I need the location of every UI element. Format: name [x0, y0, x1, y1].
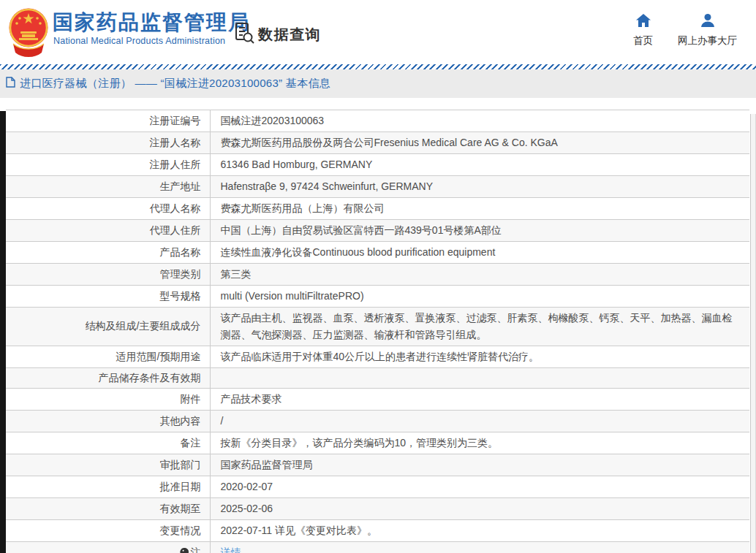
row-label: 代理人住所: [150, 224, 201, 236]
row-value: [210, 368, 749, 389]
row-label: 代理人名称: [150, 202, 201, 214]
page-header: 国家药品监督管理局 National Medical Products Admi…: [0, 0, 756, 64]
row-label: 产品储存条件及有效期: [99, 372, 201, 384]
table-row: 其他内容 /: [6, 411, 749, 432]
breadcrumb: 进口医疗器械（注册） —— “国械注进20203100063” 基本信息: [20, 77, 330, 91]
document-icon: [6, 77, 15, 91]
table-row: 审批部门 国家药品监督管理局: [6, 454, 749, 476]
row-value: 费森尤斯医药用品（上海）有限公司: [210, 198, 749, 220]
table-row: 产品储存条件及有效期: [6, 368, 749, 389]
row-label: 注册人名称: [150, 137, 201, 148]
data-query-label: 数据查询: [258, 25, 321, 45]
row-value: multi (Version multiFiltratePRO): [210, 286, 749, 308]
table-row: 注册人名称 费森尤斯医药用品股份及两合公司Fresenius Medical C…: [6, 132, 749, 154]
row-value: 费森尤斯医药用品股份及两合公司Fresenius Medical Care AG…: [210, 132, 749, 154]
table-row: 管理类别 第三类: [6, 264, 749, 286]
detail-link[interactable]: 详情: [221, 546, 241, 553]
table-row: 注册证编号 国械注进20203100063: [6, 110, 749, 132]
table-row: 附件 产品技术要求: [6, 389, 749, 411]
row-value: 该产品临床适用于对体重40公斤以上的患者进行连续性肾脏替代治疗。: [210, 346, 749, 368]
row-label: 产品名称: [160, 246, 201, 258]
table-row: 注册人住所 61346 Bad Homburg, GERMANY: [6, 154, 749, 176]
row-value: 2022-07-11 详见《变更对比表》。: [210, 520, 749, 542]
row-value: 产品技术要求: [210, 389, 749, 411]
table-row: 注 详情: [6, 542, 749, 553]
row-label: 备注: [181, 437, 201, 449]
data-query-section[interactable]: 数据查询: [235, 22, 321, 47]
row-label: 注册人住所: [150, 159, 201, 170]
row-value: 该产品由主机、监视器、血泵、透析液泵、置换液泵、过滤泵、肝素泵、枸橼酸泵、钙泵、…: [210, 308, 749, 346]
row-value: 61346 Bad Homburg, GERMANY: [210, 154, 749, 176]
user-icon: [700, 14, 715, 30]
top-nav: 首页 网上办事大厅: [633, 14, 737, 47]
registration-info-table: 注册证编号 国械注进20203100063 注册人名称 费森尤斯医药用品股份及两…: [6, 110, 749, 553]
table-row: 产品名称 连续性血液净化设备Continuous blood purificat…: [6, 242, 749, 264]
row-label: 生产地址: [160, 180, 201, 192]
site-title-block: 国家药品监督管理局 National Medical Products Admi…: [53, 12, 250, 46]
nav-item-service-hall[interactable]: 网上办事大厅: [678, 14, 737, 47]
row-value: 2020-02-07: [210, 476, 749, 498]
row-label: 适用范围/预期用途: [116, 351, 201, 362]
info-table-body: 注册证编号 国械注进20203100063 注册人名称 费森尤斯医药用品股份及两…: [6, 110, 749, 553]
table-row: 批准日期 2020-02-07: [6, 476, 749, 498]
row-label: 管理类别: [160, 268, 201, 280]
row-value: 中国（上海）自由贸易试验区富特西一路439号01号楼第A部位: [210, 220, 749, 242]
row-value: 连续性血液净化设备Continuous blood purification e…: [210, 242, 749, 264]
vertical-scrollbar[interactable]: [750, 114, 756, 553]
table-row: 代理人住所 中国（上海）自由贸易试验区富特西一路439号01号楼第A部位: [6, 220, 749, 242]
table-row: 适用范围/预期用途 该产品临床适用于对体重40公斤以上的患者进行连续性肾脏替代治…: [6, 346, 749, 368]
national-emblem-logo[interactable]: [7, 7, 50, 57]
note-icon: [180, 547, 189, 553]
document-search-icon: [235, 22, 254, 47]
table-row: 生产地址 Hafenstraβe 9, 97424 Schweinfurt, G…: [6, 176, 749, 198]
table-row: 有效期至 2025-02-06: [6, 498, 749, 520]
nav-label: 网上办事大厅: [678, 34, 737, 47]
table-row: 备注 按新《分类目录》，该产品分类编码为10，管理类别为三类。: [6, 432, 749, 454]
breadcrumb-bar: 进口医疗器械（注册） —— “国械注进20203100063” 基本信息: [0, 69, 756, 98]
row-label: 变更情况: [160, 525, 201, 536]
main-content: 注册证编号 国械注进20203100063 注册人名称 费森尤斯医药用品股份及两…: [0, 110, 756, 553]
site-subtitle: National Medical Products Administration: [53, 36, 250, 46]
row-label: 批准日期: [160, 481, 201, 492]
row-label: 注册证编号: [150, 115, 201, 126]
row-value: 详情: [210, 542, 749, 553]
row-value: 按新《分类目录》，该产品分类编码为10，管理类别为三类。: [210, 432, 749, 454]
row-value: 国家药品监督管理局: [210, 454, 749, 476]
blue-stripe-divider: [0, 64, 756, 69]
row-value: 2025-02-06: [210, 498, 749, 520]
row-value: /: [210, 411, 749, 432]
row-value: 第三类: [210, 264, 749, 286]
table-row: 变更情况 2022-07-11 详见《变更对比表》。: [6, 520, 749, 542]
row-value: 国械注进20203100063: [210, 110, 749, 132]
row-label: 注: [191, 546, 201, 553]
row-label: 有效期至: [160, 503, 201, 514]
home-icon: [636, 14, 651, 30]
nav-item-home[interactable]: 首页: [633, 14, 653, 47]
row-value: Hafenstraβe 9, 97424 Schweinfurt, GERMAN…: [210, 176, 749, 198]
row-label: 型号规格: [160, 290, 201, 302]
row-label: 附件: [181, 393, 201, 405]
row-label: 结构及组成/主要组成成分: [86, 320, 201, 332]
left-dark-strip: [0, 111, 6, 553]
table-row: 代理人名称 费森尤斯医药用品（上海）有限公司: [6, 198, 749, 220]
table-row: 型号规格 multi (Version multiFiltratePRO): [6, 286, 749, 308]
nav-label: 首页: [633, 34, 653, 47]
site-title: 国家药品监督管理局: [53, 12, 250, 34]
row-label: 审批部门: [160, 459, 201, 470]
row-label: 其他内容: [160, 415, 201, 427]
table-row: 结构及组成/主要组成成分 该产品由主机、监视器、血泵、透析液泵、置换液泵、过滤泵…: [6, 308, 749, 346]
